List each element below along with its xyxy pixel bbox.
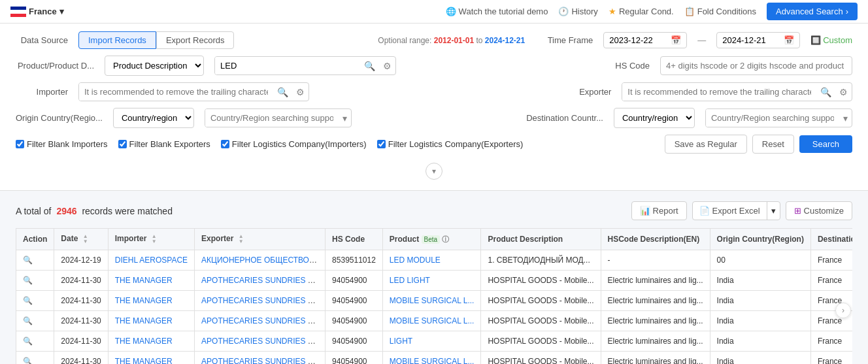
import-records-tab[interactable]: Import Records xyxy=(78,31,156,49)
col-importer[interactable]: Importer ▲▼ xyxy=(108,229,194,250)
search-button[interactable]: Search xyxy=(799,135,852,153)
cell-exporter[interactable]: APOTHECARIES SUNDRIES MFG PRI... xyxy=(195,352,326,365)
cell-importer[interactable]: THE MANAGER xyxy=(108,331,194,352)
report-button[interactable]: 📊 Report xyxy=(631,201,687,220)
col-exporter[interactable]: Exporter ▲▼ xyxy=(195,229,326,250)
cell-exporter[interactable]: APOTHECARIES SUNDRIES MFG PRI... xyxy=(195,311,326,331)
dest-country-input[interactable] xyxy=(706,109,839,127)
origin-country-dropdown-icon[interactable]: ▾ xyxy=(339,110,351,126)
row-search-icon[interactable]: 🔍 xyxy=(23,256,33,265)
product-type-select[interactable]: Product Description xyxy=(105,56,203,75)
cell-exporter[interactable]: APOTHECARIES SUNDRIES MFG PRI... xyxy=(195,271,326,291)
country-selector[interactable]: France ▾ xyxy=(10,7,64,17)
collapse-button[interactable]: ▾ xyxy=(426,163,442,180)
exporter-sort[interactable]: ▲▼ xyxy=(239,234,244,244)
importer-search-icon-btn[interactable]: 🔍 xyxy=(273,84,292,100)
cell-exporter[interactable]: APOTHECARIES SUNDRIES MFG PRI... xyxy=(195,291,326,311)
importer-link[interactable]: THE MANAGER xyxy=(115,316,173,325)
product-link[interactable]: MOBILE SURGICAL L... xyxy=(390,296,475,305)
origin-country-input[interactable] xyxy=(205,109,339,127)
time-frame-start-input[interactable] xyxy=(609,35,668,45)
history-link[interactable]: 🕐 History xyxy=(558,7,597,16)
exporter-link[interactable]: APOTHECARIES SUNDRIES MFG PRI... xyxy=(201,296,326,305)
dest-country-select[interactable]: Country/region xyxy=(614,108,694,127)
filter-blank-exporters-checkbox[interactable]: Filter Blank Exporters xyxy=(118,139,210,149)
hs-code-input[interactable] xyxy=(660,56,852,75)
row-search-icon[interactable]: 🔍 xyxy=(23,337,33,346)
cell-product[interactable]: MOBILE SURGICAL L... xyxy=(382,291,481,311)
advanced-search-button[interactable]: Advanced Search › xyxy=(767,3,858,20)
cell-importer[interactable]: DIEHL AEROSPACE xyxy=(108,250,194,271)
date-sort[interactable]: ▲▼ xyxy=(83,234,88,244)
exporter-config-icon-btn[interactable]: ⚙ xyxy=(835,84,852,100)
cell-product[interactable]: LED MODULE xyxy=(382,250,481,271)
scroll-right-indicator[interactable]: › xyxy=(835,303,851,318)
save-as-regular-button[interactable]: Save as Regular xyxy=(665,135,747,154)
cell-importer[interactable]: THE MANAGER xyxy=(108,271,194,291)
calendar-end-icon[interactable]: 📅 xyxy=(784,35,794,45)
cell-exporter[interactable]: АКЦИОНЕРНОЕ ОБЩЕСТВО ЭЙР А... xyxy=(195,250,326,271)
importer-config-icon-btn[interactable]: ⚙ xyxy=(292,84,309,100)
country-dropdown-icon[interactable]: ▾ xyxy=(59,7,64,16)
exporter-link[interactable]: APOTHECARIES SUNDRIES MFG PRI... xyxy=(201,357,326,364)
origin-country-select[interactable]: Country/region xyxy=(114,108,193,127)
product-link[interactable]: MOBILE SURGICAL L... xyxy=(390,316,475,325)
product-type-select-wrap[interactable]: Product Description xyxy=(105,56,204,76)
exporter-link[interactable]: APOTHECARIES SUNDRIES MFG PRI... xyxy=(201,316,326,325)
importer-link[interactable]: THE MANAGER xyxy=(115,276,173,285)
cell-product[interactable]: MOBILE SURGICAL L... xyxy=(382,352,481,365)
fold-conditions-link[interactable]: 📋 Fold Conditions xyxy=(684,7,756,16)
importer-link[interactable]: THE MANAGER xyxy=(115,357,173,364)
time-frame-end-input[interactable] xyxy=(722,35,781,45)
importer-sort[interactable]: ▲▼ xyxy=(152,234,157,244)
cell-product[interactable]: LIGHT xyxy=(382,331,481,352)
row-search-icon[interactable]: 🔍 xyxy=(23,357,33,364)
cell-product[interactable]: LED LIGHT xyxy=(382,271,481,291)
product-link[interactable]: MOBILE SURGICAL L... xyxy=(390,357,475,364)
product-config-icon-btn[interactable]: ⚙ xyxy=(379,58,395,74)
reset-button[interactable]: Reset xyxy=(752,135,794,154)
product-search-icon-btn[interactable]: 🔍 xyxy=(360,58,379,74)
importer-link[interactable]: THE MANAGER xyxy=(115,296,173,305)
dest-country-dropdown-icon[interactable]: ▾ xyxy=(839,110,852,126)
export-records-tab[interactable]: Export Records xyxy=(156,31,235,49)
export-excel-button[interactable]: 📄 Export Excel xyxy=(693,202,767,220)
customize-button[interactable]: ⊞ Customize xyxy=(786,201,852,220)
exporter-input[interactable] xyxy=(622,83,816,101)
custom-link[interactable]: 🔲 Custom xyxy=(810,35,852,45)
time-frame-end-wrap[interactable]: 📅 xyxy=(716,32,800,48)
export-dropdown-button[interactable]: ▾ xyxy=(767,202,780,220)
col-date[interactable]: Date ▲▼ xyxy=(54,229,108,250)
importer-link[interactable]: THE MANAGER xyxy=(115,337,173,346)
time-frame-start-wrap[interactable]: 📅 xyxy=(603,32,687,48)
cell-hscode-desc: Electric luminaires and lig... xyxy=(601,331,710,352)
product-input[interactable] xyxy=(215,57,360,74)
row-search-icon[interactable]: 🔍 xyxy=(23,276,33,285)
product-info-icon[interactable]: ⓘ xyxy=(442,235,449,243)
exporter-link[interactable]: АКЦИОНЕРНОЕ ОБЩЕСТВО ЭЙР А... xyxy=(201,256,326,265)
filter-logistics-exporters-checkbox[interactable]: Filter Logistics Company(Exporters) xyxy=(377,139,524,149)
importer-link[interactable]: DIEHL AEROSPACE xyxy=(115,256,188,265)
exporter-link[interactable]: APOTHECARIES SUNDRIES MFG PRI... xyxy=(201,337,326,346)
exporter-search-icon-btn[interactable]: 🔍 xyxy=(816,84,835,100)
cell-product[interactable]: MOBILE SURGICAL L... xyxy=(382,311,481,331)
exporter-link[interactable]: APOTHECARIES SUNDRIES MFG PRI... xyxy=(201,276,326,285)
cell-exporter[interactable]: APOTHECARIES SUNDRIES MFG PRI... xyxy=(195,331,326,352)
watch-tutorial-link[interactable]: 🌐 Watch the tutorial demo xyxy=(446,7,548,16)
regular-cond-link[interactable]: ★ Regular Cond. xyxy=(609,7,674,16)
filter-logistics-importers-checkbox[interactable]: Filter Logistics Company(Importers) xyxy=(221,139,367,149)
product-link[interactable]: LIGHT xyxy=(390,337,412,346)
filter-blank-importers-checkbox[interactable]: Filter Blank Importers xyxy=(16,139,108,149)
cell-importer[interactable]: THE MANAGER xyxy=(108,291,194,311)
product-link[interactable]: LED LIGHT xyxy=(390,276,430,285)
cell-origin-country: 00 xyxy=(710,250,810,271)
origin-country-select-wrap[interactable]: Country/region xyxy=(113,108,194,128)
dest-country-select-wrap[interactable]: Country/region xyxy=(614,108,695,128)
cell-importer[interactable]: THE MANAGER xyxy=(108,352,194,365)
row-search-icon[interactable]: 🔍 xyxy=(23,296,33,305)
product-link[interactable]: LED MODULE xyxy=(390,256,441,265)
row-search-icon[interactable]: 🔍 xyxy=(23,316,33,325)
cell-importer[interactable]: THE MANAGER xyxy=(108,311,194,331)
calendar-start-icon[interactable]: 📅 xyxy=(671,35,681,45)
importer-input[interactable] xyxy=(79,83,273,101)
